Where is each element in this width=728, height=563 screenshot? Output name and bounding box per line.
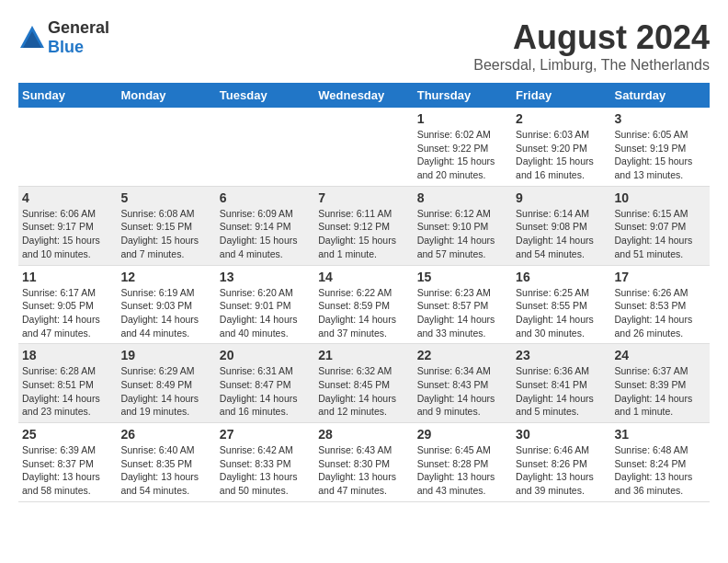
- calendar-cell: [314, 108, 413, 186]
- weekday-header-row: SundayMondayTuesdayWednesdayThursdayFrid…: [18, 83, 710, 108]
- day-info: Sunrise: 6:22 AM Sunset: 8:59 PM Dayligh…: [318, 286, 409, 340]
- calendar-cell: 20Sunrise: 6:31 AM Sunset: 8:47 PM Dayli…: [216, 344, 314, 423]
- day-number: 31: [615, 427, 706, 442]
- day-info: Sunrise: 6:39 AM Sunset: 8:37 PM Dayligh…: [22, 443, 113, 498]
- day-info: Sunrise: 6:05 AM Sunset: 9:19 PM Dayligh…: [615, 128, 706, 182]
- day-number: 22: [417, 348, 508, 362]
- calendar-week-row: 1Sunrise: 6:02 AM Sunset: 9:22 PM Daylig…: [18, 108, 710, 186]
- day-number: 3: [615, 111, 706, 126]
- weekday-header-saturday: Saturday: [611, 83, 710, 108]
- page-header: General Blue August 2024 Beersdal, Limbu…: [18, 18, 710, 74]
- calendar-week-row: 4Sunrise: 6:06 AM Sunset: 9:17 PM Daylig…: [18, 186, 710, 265]
- day-info: Sunrise: 6:34 AM Sunset: 8:43 PM Dayligh…: [417, 364, 508, 419]
- day-number: 26: [120, 427, 211, 442]
- logo-blue: Blue: [48, 38, 84, 56]
- calendar-cell: 26Sunrise: 6:40 AM Sunset: 8:35 PM Dayli…: [117, 423, 215, 502]
- day-info: Sunrise: 6:28 AM Sunset: 8:51 PM Dayligh…: [22, 364, 113, 419]
- calendar-cell: 22Sunrise: 6:34 AM Sunset: 8:43 PM Dayli…: [414, 344, 512, 423]
- weekday-header-sunday: Sunday: [18, 83, 117, 108]
- day-number: 1: [417, 111, 508, 126]
- calendar-cell: 5Sunrise: 6:08 AM Sunset: 9:15 PM Daylig…: [117, 186, 215, 265]
- day-number: 20: [220, 348, 311, 362]
- day-number: 16: [516, 270, 607, 284]
- calendar-cell: 16Sunrise: 6:25 AM Sunset: 8:55 PM Dayli…: [512, 265, 610, 344]
- calendar-cell: [216, 108, 314, 186]
- day-info: Sunrise: 6:37 AM Sunset: 8:39 PM Dayligh…: [615, 364, 706, 419]
- day-info: Sunrise: 6:31 AM Sunset: 8:47 PM Dayligh…: [220, 364, 311, 419]
- day-info: Sunrise: 6:26 AM Sunset: 8:53 PM Dayligh…: [615, 286, 706, 340]
- calendar-cell: 12Sunrise: 6:19 AM Sunset: 9:03 PM Dayli…: [117, 265, 215, 344]
- calendar-cell: 24Sunrise: 6:37 AM Sunset: 8:39 PM Dayli…: [611, 344, 710, 423]
- calendar-table: SundayMondayTuesdayWednesdayThursdayFrid…: [18, 83, 710, 502]
- calendar-cell: 27Sunrise: 6:42 AM Sunset: 8:33 PM Dayli…: [216, 423, 314, 502]
- logo-icon: [18, 24, 46, 52]
- day-number: 11: [22, 270, 113, 284]
- calendar-cell: 2Sunrise: 6:03 AM Sunset: 9:20 PM Daylig…: [512, 108, 610, 186]
- day-info: Sunrise: 6:43 AM Sunset: 8:30 PM Dayligh…: [318, 443, 409, 498]
- calendar-cell: 23Sunrise: 6:36 AM Sunset: 8:41 PM Dayli…: [512, 344, 610, 423]
- day-number: 30: [516, 427, 607, 442]
- day-number: 29: [417, 427, 508, 442]
- calendar-cell: 9Sunrise: 6:14 AM Sunset: 9:08 PM Daylig…: [512, 186, 610, 265]
- day-number: 25: [22, 427, 113, 442]
- weekday-header-wednesday: Wednesday: [314, 83, 413, 108]
- day-number: 6: [220, 190, 311, 205]
- day-number: 5: [120, 190, 211, 205]
- weekday-header-friday: Friday: [512, 83, 610, 108]
- day-number: 23: [516, 348, 607, 362]
- day-info: Sunrise: 6:15 AM Sunset: 9:07 PM Dayligh…: [615, 207, 706, 261]
- calendar-cell: 8Sunrise: 6:12 AM Sunset: 9:10 PM Daylig…: [414, 186, 512, 265]
- calendar-cell: 11Sunrise: 6:17 AM Sunset: 9:05 PM Dayli…: [18, 265, 117, 344]
- day-info: Sunrise: 6:12 AM Sunset: 9:10 PM Dayligh…: [417, 207, 508, 261]
- logo: General Blue: [18, 18, 109, 57]
- day-info: Sunrise: 6:06 AM Sunset: 9:17 PM Dayligh…: [22, 207, 113, 261]
- day-number: 24: [615, 348, 706, 362]
- day-info: Sunrise: 6:25 AM Sunset: 8:55 PM Dayligh…: [516, 286, 607, 340]
- day-number: 27: [220, 427, 311, 442]
- day-info: Sunrise: 6:46 AM Sunset: 8:26 PM Dayligh…: [516, 443, 607, 498]
- day-info: Sunrise: 6:32 AM Sunset: 8:45 PM Dayligh…: [318, 364, 409, 419]
- calendar-cell: 18Sunrise: 6:28 AM Sunset: 8:51 PM Dayli…: [18, 344, 117, 423]
- calendar-cell: 4Sunrise: 6:06 AM Sunset: 9:17 PM Daylig…: [18, 186, 117, 265]
- calendar-cell: 3Sunrise: 6:05 AM Sunset: 9:19 PM Daylig…: [611, 108, 710, 186]
- calendar-cell: 30Sunrise: 6:46 AM Sunset: 8:26 PM Dayli…: [512, 423, 610, 502]
- day-number: 4: [22, 190, 113, 205]
- day-info: Sunrise: 6:11 AM Sunset: 9:12 PM Dayligh…: [318, 207, 409, 261]
- calendar-cell: 10Sunrise: 6:15 AM Sunset: 9:07 PM Dayli…: [611, 186, 710, 265]
- day-number: 9: [516, 190, 607, 205]
- day-number: 12: [120, 270, 211, 284]
- calendar-cell: 25Sunrise: 6:39 AM Sunset: 8:37 PM Dayli…: [18, 423, 117, 502]
- day-number: 18: [22, 348, 113, 362]
- calendar-cell: 6Sunrise: 6:09 AM Sunset: 9:14 PM Daylig…: [216, 186, 314, 265]
- calendar-cell: 31Sunrise: 6:48 AM Sunset: 8:24 PM Dayli…: [611, 423, 710, 502]
- calendar-cell: 15Sunrise: 6:23 AM Sunset: 8:57 PM Dayli…: [414, 265, 512, 344]
- logo-text: General Blue: [48, 18, 109, 57]
- day-number: 19: [120, 348, 211, 362]
- day-info: Sunrise: 6:29 AM Sunset: 8:49 PM Dayligh…: [120, 364, 211, 419]
- day-number: 10: [615, 190, 706, 205]
- weekday-header-tuesday: Tuesday: [216, 83, 314, 108]
- title-block: August 2024 Beersdal, Limburg, The Nethe…: [473, 18, 710, 74]
- main-title: August 2024: [473, 18, 710, 57]
- day-number: 15: [417, 270, 508, 284]
- calendar-cell: 7Sunrise: 6:11 AM Sunset: 9:12 PM Daylig…: [314, 186, 413, 265]
- calendar-week-row: 11Sunrise: 6:17 AM Sunset: 9:05 PM Dayli…: [18, 265, 710, 344]
- calendar-cell: 1Sunrise: 6:02 AM Sunset: 9:22 PM Daylig…: [414, 108, 512, 186]
- calendar-cell: [117, 108, 215, 186]
- day-info: Sunrise: 6:14 AM Sunset: 9:08 PM Dayligh…: [516, 207, 607, 261]
- day-info: Sunrise: 6:23 AM Sunset: 8:57 PM Dayligh…: [417, 286, 508, 340]
- calendar-cell: 13Sunrise: 6:20 AM Sunset: 9:01 PM Dayli…: [216, 265, 314, 344]
- day-info: Sunrise: 6:40 AM Sunset: 8:35 PM Dayligh…: [120, 443, 211, 498]
- calendar-cell: 29Sunrise: 6:45 AM Sunset: 8:28 PM Dayli…: [414, 423, 512, 502]
- day-info: Sunrise: 6:45 AM Sunset: 8:28 PM Dayligh…: [417, 443, 508, 498]
- day-number: 13: [220, 270, 311, 284]
- calendar-cell: 21Sunrise: 6:32 AM Sunset: 8:45 PM Dayli…: [314, 344, 413, 423]
- weekday-header-thursday: Thursday: [414, 83, 512, 108]
- calendar-cell: 14Sunrise: 6:22 AM Sunset: 8:59 PM Dayli…: [314, 265, 413, 344]
- day-info: Sunrise: 6:36 AM Sunset: 8:41 PM Dayligh…: [516, 364, 607, 419]
- calendar-cell: 19Sunrise: 6:29 AM Sunset: 8:49 PM Dayli…: [117, 344, 215, 423]
- day-number: 7: [318, 190, 409, 205]
- day-info: Sunrise: 6:17 AM Sunset: 9:05 PM Dayligh…: [22, 286, 113, 340]
- day-number: 8: [417, 190, 508, 205]
- calendar-cell: 17Sunrise: 6:26 AM Sunset: 8:53 PM Dayli…: [611, 265, 710, 344]
